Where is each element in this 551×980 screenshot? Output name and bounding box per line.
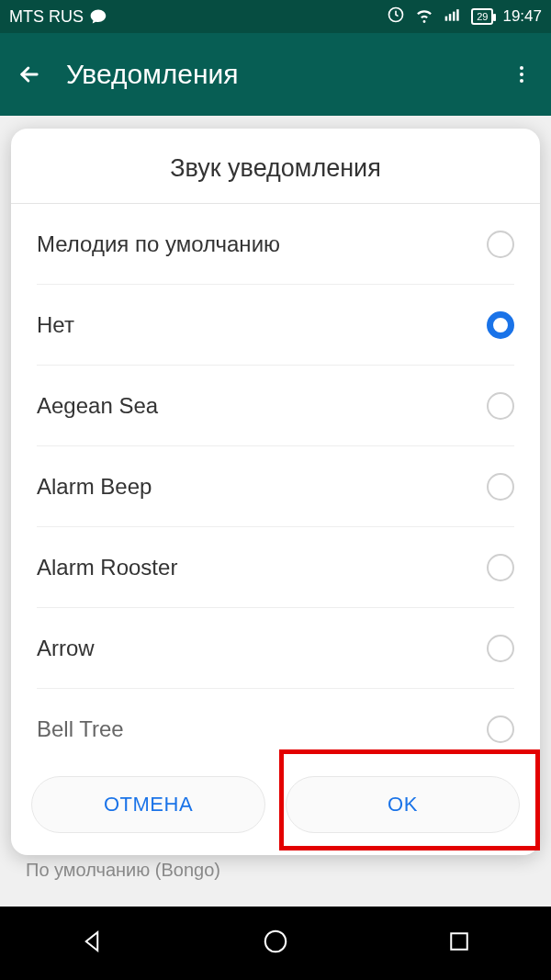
svg-point-6 bbox=[520, 73, 523, 76]
radio-icon[interactable] bbox=[487, 635, 514, 662]
svg-rect-9 bbox=[451, 933, 467, 950]
sound-option[interactable]: Aegean Sea bbox=[37, 366, 514, 446]
nav-home-icon[interactable] bbox=[262, 928, 289, 959]
back-button[interactable] bbox=[17, 62, 42, 87]
svg-point-8 bbox=[265, 931, 287, 952]
status-bar: MTS RUS 29 19:47 bbox=[0, 0, 551, 33]
cancel-button[interactable]: ОТМЕНА bbox=[31, 776, 265, 833]
sound-option-label: Мелодия по умолчанию bbox=[37, 231, 280, 257]
battery-indicator: 29 bbox=[471, 8, 493, 25]
sound-option[interactable]: Мелодия по умолчанию bbox=[37, 204, 514, 285]
dialog-list[interactable]: Мелодия по умолчаниюНетAegean SeaAlarm B… bbox=[11, 204, 540, 758]
sound-option[interactable]: Arrow bbox=[37, 608, 514, 689]
radio-icon[interactable] bbox=[487, 473, 514, 501]
dnd-icon bbox=[387, 6, 405, 28]
svg-point-5 bbox=[520, 66, 523, 70]
page-title: Уведомления bbox=[66, 59, 239, 90]
radio-icon[interactable] bbox=[487, 392, 514, 420]
chat-icon bbox=[89, 7, 107, 26]
app-bar: Уведомления bbox=[0, 33, 551, 116]
radio-icon[interactable] bbox=[487, 715, 514, 743]
sound-picker-dialog: Звук уведомления Мелодия по умолчаниюНет… bbox=[11, 129, 540, 855]
sound-option-label: Arrow bbox=[37, 636, 95, 661]
radio-icon[interactable] bbox=[487, 311, 514, 339]
sound-option-label: Нет bbox=[37, 312, 74, 338]
sound-option[interactable]: Alarm Beep bbox=[37, 446, 514, 527]
ok-button[interactable]: OK bbox=[286, 776, 520, 833]
nav-bar bbox=[0, 907, 551, 980]
sound-option-label: Alarm Rooster bbox=[37, 555, 177, 580]
nav-back-icon[interactable] bbox=[78, 928, 106, 959]
radio-icon[interactable] bbox=[487, 554, 514, 581]
svg-rect-4 bbox=[456, 9, 459, 21]
svg-rect-3 bbox=[453, 11, 455, 20]
sound-option[interactable]: Bell Tree bbox=[37, 689, 514, 758]
svg-rect-1 bbox=[445, 16, 448, 20]
dialog-title: Звук уведомления bbox=[11, 129, 540, 204]
svg-point-7 bbox=[520, 79, 523, 83]
signal-icon bbox=[444, 6, 462, 28]
sound-option-label: Alarm Beep bbox=[37, 474, 152, 500]
sound-option-label: Aegean Sea bbox=[37, 393, 158, 419]
wifi-icon bbox=[414, 5, 434, 29]
svg-rect-2 bbox=[449, 14, 452, 20]
more-button[interactable] bbox=[509, 62, 534, 87]
clock: 19:47 bbox=[502, 7, 542, 26]
radio-icon[interactable] bbox=[487, 231, 514, 258]
carrier-label: MTS RUS bbox=[9, 7, 84, 27]
setting-subtitle: По умолчанию (Bongo) bbox=[26, 860, 525, 881]
sound-option-label: Bell Tree bbox=[37, 716, 124, 742]
sound-option[interactable]: Alarm Rooster bbox=[37, 527, 514, 608]
nav-recent-icon[interactable] bbox=[445, 928, 473, 959]
sound-option[interactable]: Нет bbox=[37, 285, 514, 366]
